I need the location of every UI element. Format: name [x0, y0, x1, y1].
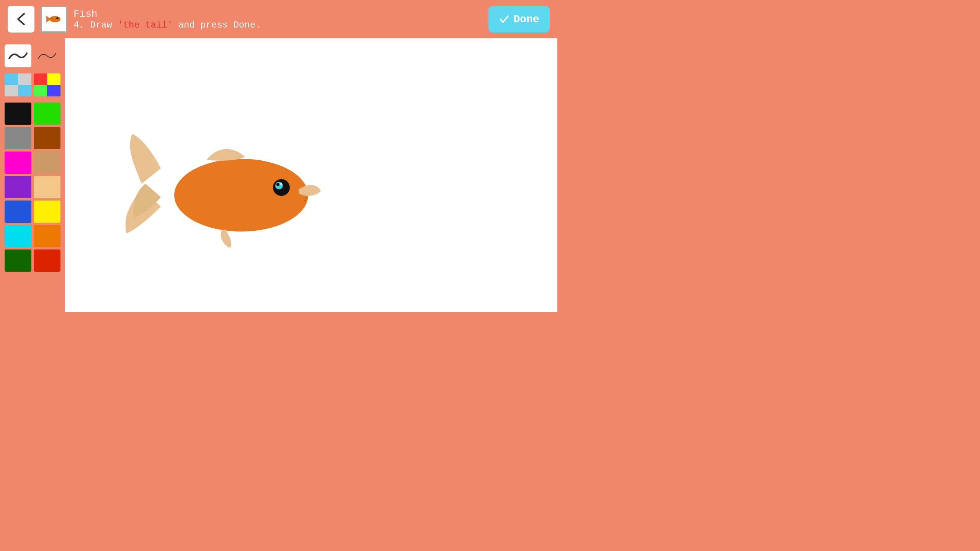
thick-brush-icon — [8, 50, 28, 62]
drawing-canvas-area[interactable] — [65, 38, 557, 312]
rainbow-icon — [34, 73, 60, 96]
color-cyan[interactable] — [5, 225, 31, 247]
checkmark-icon — [499, 14, 510, 24]
eye-highlight — [280, 183, 282, 185]
instruction-step: 4. Draw 'the tail' and press Done. — [74, 20, 261, 30]
svg-rect-5 — [5, 73, 18, 85]
fish-thumbnail — [41, 6, 67, 33]
color-blue[interactable] — [5, 201, 31, 223]
svg-point-0 — [49, 16, 60, 22]
svg-point-2 — [56, 17, 58, 19]
svg-marker-1 — [46, 16, 51, 23]
color-green[interactable] — [34, 103, 60, 125]
eraser-icon — [5, 73, 31, 96]
instruction-rest: and press Done. — [173, 20, 261, 30]
eraser-tool[interactable] — [5, 73, 31, 96]
fish-body — [174, 159, 308, 231]
color-palette — [5, 103, 60, 272]
eye-pupil — [276, 183, 279, 186]
color-tools — [5, 73, 60, 96]
color-orange[interactable] — [34, 225, 60, 247]
color-black[interactable] — [5, 103, 31, 125]
svg-rect-6 — [18, 85, 31, 96]
header: Fish 4. Draw 'the tail' and press Done. … — [0, 0, 557, 38]
eye-inner — [275, 182, 283, 189]
fish-drawing — [65, 38, 557, 312]
done-button[interactable]: Done — [488, 6, 550, 33]
color-gray[interactable] — [5, 127, 31, 149]
thin-brush-button[interactable] — [34, 44, 60, 67]
instruction-highlight: 'the tail' — [118, 20, 173, 30]
color-peach[interactable] — [34, 176, 60, 198]
back-button[interactable] — [8, 6, 34, 33]
color-purple[interactable] — [5, 176, 31, 198]
fish-title: Fish — [74, 8, 97, 20]
svg-rect-7 — [34, 73, 47, 85]
thick-brush-button[interactable] — [5, 44, 31, 67]
instruction-container: Fish 4. Draw 'the tail' and press Done. — [74, 8, 261, 30]
sidebar — [0, 38, 65, 312]
svg-point-3 — [57, 17, 57, 18]
color-red[interactable] — [34, 249, 60, 272]
rainbow-tool[interactable] — [34, 73, 60, 96]
thin-brush-icon — [37, 50, 57, 62]
color-yellow[interactable] — [34, 201, 60, 223]
svg-rect-8 — [47, 73, 60, 85]
back-arrow-icon — [13, 11, 29, 27]
color-tan[interactable] — [34, 152, 60, 174]
color-magenta[interactable] — [5, 152, 31, 174]
tail-fin-top — [130, 134, 161, 184]
svg-rect-9 — [34, 85, 47, 96]
brush-tools — [5, 44, 60, 67]
color-dark-green[interactable] — [5, 249, 31, 272]
done-label: Done — [513, 13, 539, 25]
bottom-fin — [221, 230, 231, 248]
color-brown[interactable] — [34, 127, 60, 149]
instruction-step-text: 4. Draw — [74, 20, 118, 30]
fish-icon-image — [44, 12, 64, 26]
svg-rect-10 — [47, 85, 60, 96]
